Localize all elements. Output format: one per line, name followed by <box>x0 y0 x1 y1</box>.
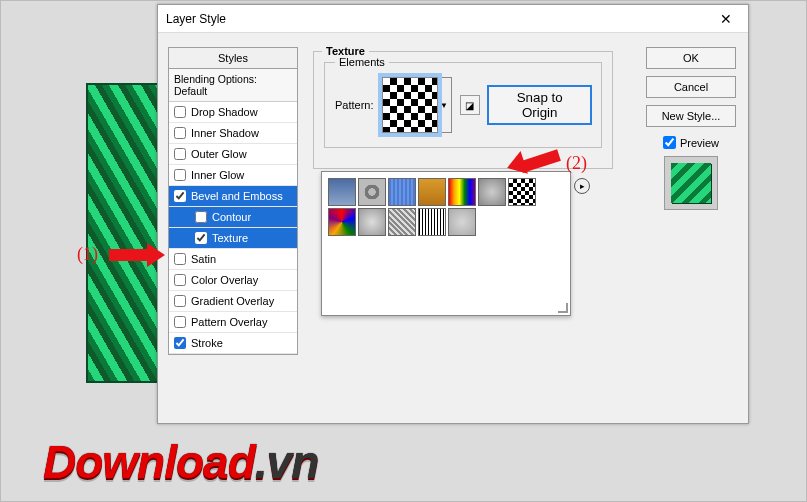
preview-checkbox-row[interactable]: Preview <box>663 136 719 149</box>
style-row-contour[interactable]: Contour <box>169 207 297 228</box>
layer-style-dialog: Layer Style ✕ Styles Blending Options: D… <box>157 4 749 424</box>
canvas-preview-art <box>86 83 161 383</box>
blending-options-label: Blending Options: Default <box>174 73 292 97</box>
watermark-suffix: .vn <box>255 436 318 488</box>
pattern-thumb[interactable] <box>388 178 416 206</box>
style-checkbox[interactable] <box>195 232 207 244</box>
style-label: Gradient Overlay <box>191 295 274 307</box>
pattern-thumb[interactable] <box>448 208 476 236</box>
new-style-button[interactable]: New Style... <box>646 105 736 127</box>
cancel-button[interactable]: Cancel <box>646 76 736 98</box>
style-checkbox[interactable] <box>195 211 207 223</box>
style-row-bevel-and-emboss[interactable]: Bevel and Emboss <box>169 186 297 207</box>
style-checkbox[interactable] <box>174 169 186 181</box>
texture-panel: Texture Elements Pattern: ▼ ◪ Snap to Or… <box>313 51 613 169</box>
close-icon[interactable]: ✕ <box>712 5 740 33</box>
pattern-thumb[interactable] <box>508 178 536 206</box>
style-label: Satin <box>191 253 216 265</box>
style-checkbox[interactable] <box>174 127 186 139</box>
elements-fieldset: Elements Pattern: ▼ ◪ Snap to Origin <box>324 62 602 148</box>
style-row-satin[interactable]: Satin <box>169 249 297 270</box>
snap-to-origin-button[interactable]: Snap to Origin <box>488 86 591 124</box>
style-row-pattern-overlay[interactable]: Pattern Overlay <box>169 312 297 333</box>
styles-header[interactable]: Styles <box>169 48 297 69</box>
style-checkbox[interactable] <box>174 190 186 202</box>
elements-legend: Elements <box>335 56 389 68</box>
style-row-outer-glow[interactable]: Outer Glow <box>169 144 297 165</box>
right-button-column: OK Cancel New Style... Preview <box>646 47 736 210</box>
dialog-title: Layer Style <box>166 5 226 33</box>
ok-button[interactable]: OK <box>646 47 736 69</box>
style-row-texture[interactable]: Texture <box>169 228 297 249</box>
style-checkbox[interactable] <box>174 295 186 307</box>
style-label: Contour <box>212 211 251 223</box>
dialog-body: Styles Blending Options: Default Drop Sh… <box>158 33 748 423</box>
style-row-color-overlay[interactable]: Color Overlay <box>169 270 297 291</box>
style-checkbox[interactable] <box>174 148 186 160</box>
preview-thumbnail <box>664 156 718 210</box>
style-label: Inner Glow <box>191 169 244 181</box>
popup-resize-handle[interactable] <box>558 303 568 313</box>
style-checkbox[interactable] <box>174 316 186 328</box>
style-label: Color Overlay <box>191 274 258 286</box>
preview-thumbnail-art <box>671 163 711 203</box>
style-label: Outer Glow <box>191 148 247 160</box>
pattern-dropdown-icon[interactable]: ▼ <box>438 77 452 133</box>
styles-panel: Styles Blending Options: Default Drop Sh… <box>168 47 298 355</box>
style-checkbox[interactable] <box>174 274 186 286</box>
annotation-2-arrow-icon <box>499 143 559 167</box>
pattern-label: Pattern: <box>335 99 374 111</box>
annotation-1-arrow-icon <box>109 243 169 267</box>
annotation-2-label: (2) <box>566 153 587 174</box>
style-row-stroke[interactable]: Stroke <box>169 333 297 354</box>
style-row-gradient-overlay[interactable]: Gradient Overlay <box>169 291 297 312</box>
style-label: Stroke <box>191 337 223 349</box>
pattern-thumb[interactable] <box>388 208 416 236</box>
pattern-thumb[interactable] <box>358 208 386 236</box>
style-label: Bevel and Emboss <box>191 190 283 202</box>
popup-menu-icon[interactable]: ▸ <box>574 178 590 194</box>
pattern-swatch[interactable] <box>382 77 438 133</box>
style-label: Pattern Overlay <box>191 316 267 328</box>
pattern-thumb[interactable] <box>418 208 446 236</box>
preview-label: Preview <box>680 137 719 149</box>
style-checkbox[interactable] <box>174 106 186 118</box>
style-label: Inner Shadow <box>191 127 259 139</box>
pattern-thumb[interactable] <box>358 178 386 206</box>
style-checkbox[interactable] <box>174 337 186 349</box>
new-preset-button[interactable]: ◪ <box>460 95 481 115</box>
watermark: Download.vn <box>43 435 318 489</box>
dialog-titlebar: Layer Style ✕ <box>158 5 748 33</box>
blending-options-row[interactable]: Blending Options: Default <box>169 69 297 102</box>
style-row-drop-shadow[interactable]: Drop Shadow <box>169 102 297 123</box>
watermark-main: Download <box>43 436 255 488</box>
pattern-grid <box>328 178 564 236</box>
style-label: Drop Shadow <box>191 106 258 118</box>
style-row-inner-glow[interactable]: Inner Glow <box>169 165 297 186</box>
style-label: Texture <box>212 232 248 244</box>
pattern-thumb[interactable] <box>328 208 356 236</box>
pattern-picker-popup: ▸ <box>321 171 571 316</box>
annotation-1-label: (1) <box>77 244 98 265</box>
style-row-inner-shadow[interactable]: Inner Shadow <box>169 123 297 144</box>
texture-fieldset: Texture Elements Pattern: ▼ ◪ Snap to Or… <box>313 51 613 169</box>
pattern-thumb[interactable] <box>328 178 356 206</box>
pattern-thumb[interactable] <box>448 178 476 206</box>
preview-checkbox[interactable] <box>663 136 676 149</box>
pattern-thumb[interactable] <box>418 178 446 206</box>
